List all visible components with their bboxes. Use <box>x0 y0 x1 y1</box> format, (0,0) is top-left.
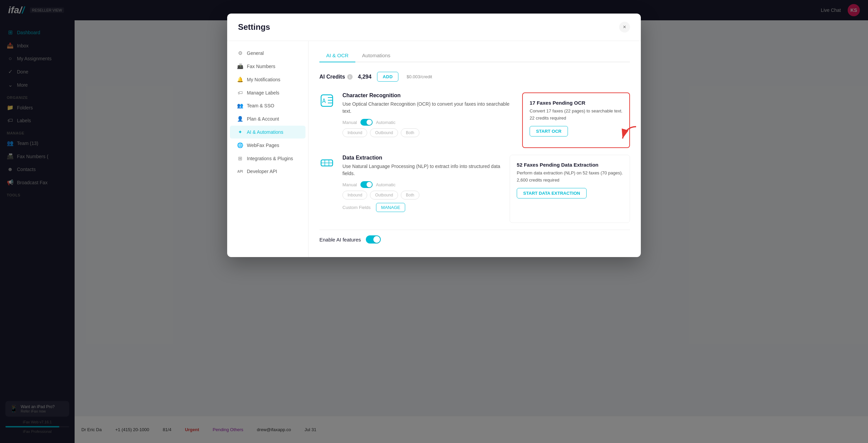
manage-fields-button[interactable]: MANAGE <box>376 203 405 212</box>
settings-nav-fax-numbers[interactable]: 📠 Fax Numbers <box>230 60 305 73</box>
char-inbound-outbound: Inbound Outbound Both <box>342 128 514 137</box>
ocr-card-credits: 22 credits required <box>530 115 623 121</box>
integrations-icon: ⊞ <box>237 155 243 162</box>
char-recognition-name: Character Recognition <box>342 92 514 99</box>
notifications-icon: 🔔 <box>237 77 243 83</box>
modal-close-button[interactable]: × <box>619 22 630 33</box>
modal-overlay: Settings × ⚙ General 📠 Fax Numbers � <box>0 0 868 443</box>
settings-content: AI & OCR Automations AI Credits i 4,294 … <box>309 41 641 257</box>
de-automatic-label: Automatic <box>376 182 396 187</box>
ai-icon: ✦ <box>237 129 243 135</box>
character-recognition-section: A Character Recognition Use Optical Cha <box>319 92 630 148</box>
settings-nav-ai-automations[interactable]: ✦ AI & Automations <box>230 126 305 139</box>
data-card-credits: 2,600 credits required <box>517 177 623 183</box>
plan-icon: 👤 <box>237 116 243 122</box>
de-both-btn[interactable]: Both <box>401 191 419 199</box>
red-arrow <box>619 125 639 143</box>
data-extraction-card: 52 Faxes Pending Data Extraction Perform… <box>510 155 630 223</box>
settings-nav-developer-api[interactable]: API Developer API <box>230 165 305 177</box>
credits-count: 4,294 <box>358 74 372 80</box>
custom-fields-row: Custom Fields MANAGE <box>342 203 501 212</box>
tab-bar: AI & OCR Automations <box>319 49 630 62</box>
data-card-desc: Perform data extraction (NLP) on 52 faxe… <box>517 170 623 175</box>
settings-nav-integrations[interactable]: ⊞ Integrations & Plugins <box>230 152 305 165</box>
settings-nav-webfax[interactable]: 🌐 WebFax Pages <box>230 139 305 152</box>
settings-nav-team-sso[interactable]: 👥 Team & SSO <box>230 99 305 112</box>
general-icon: ⚙ <box>237 50 243 56</box>
enable-ai-toggle[interactable] <box>366 235 381 244</box>
modal-title: Settings <box>238 22 270 32</box>
tab-ai-ocr[interactable]: AI & OCR <box>319 49 355 62</box>
fax-numbers-icon: 📠 <box>237 63 243 69</box>
team-sso-icon: 👥 <box>237 103 243 109</box>
data-extraction-name: Data Extraction <box>342 155 501 161</box>
enable-ai-row: Enable AI features <box>319 230 630 249</box>
credits-section: AI Credits i 4,294 ADD $0.003/credit <box>319 72 630 82</box>
custom-fields-label: Custom Fields <box>342 205 371 210</box>
credits-label: AI Credits i <box>319 74 353 80</box>
add-credits-button[interactable]: ADD <box>377 72 399 82</box>
ocr-card: 17 Faxes Pending OCR Convert 17 faxes (2… <box>522 92 630 148</box>
start-ocr-button[interactable]: START OCR <box>530 126 568 136</box>
char-both-btn[interactable]: Both <box>401 128 419 137</box>
manual-label: Manual <box>342 120 357 125</box>
data-extraction-toggle[interactable] <box>360 181 373 188</box>
tab-automations[interactable]: Automations <box>355 49 397 62</box>
settings-nav-manage-labels[interactable]: 🏷 Manage Labels <box>230 86 305 99</box>
data-card-title: 52 Faxes Pending Data Extraction <box>517 162 623 168</box>
data-extraction-info: Data Extraction Use Natural Language Pro… <box>342 155 501 212</box>
char-recognition-icon-area: A <box>319 94 334 109</box>
start-data-extraction-button[interactable]: START DATA EXTRACTION <box>517 188 587 198</box>
data-extraction-desc: Use Natural Language Processing (NLP) to… <box>342 163 501 177</box>
settings-nav-plan-account[interactable]: 👤 Plan & Account <box>230 112 305 125</box>
char-recognition-icon: A <box>320 94 333 108</box>
automatic-label: Automatic <box>376 120 396 125</box>
ocr-card-desc: Convert 17 faxes (22 pages) to searchabl… <box>530 108 623 113</box>
modal-body: ⚙ General 📠 Fax Numbers 🔔 My Notificatio… <box>227 41 641 257</box>
de-manual-label: Manual <box>342 182 357 187</box>
labels-icon: 🏷 <box>237 90 243 96</box>
de-inbound-outbound: Inbound Outbound Both <box>342 191 501 199</box>
data-extraction-icon <box>320 156 333 171</box>
de-outbound-btn[interactable]: Outbound <box>370 191 398 199</box>
ocr-card-title: 17 Faxes Pending OCR <box>530 100 623 106</box>
char-outbound-btn[interactable]: Outbound <box>370 128 398 137</box>
settings-sidebar: ⚙ General 📠 Fax Numbers 🔔 My Notificatio… <box>227 41 309 257</box>
settings-nav-general[interactable]: ⚙ General <box>230 47 305 60</box>
webfax-icon: 🌐 <box>237 142 243 148</box>
api-icon: API <box>237 170 243 173</box>
de-inbound-btn[interactable]: Inbound <box>342 191 367 199</box>
info-icon[interactable]: i <box>347 74 353 80</box>
char-recognition-toggle[interactable] <box>360 119 373 126</box>
modal-header: Settings × <box>227 14 641 41</box>
credits-rate: $0.003/credit <box>407 74 432 79</box>
data-extraction-section: Data Extraction Use Natural Language Pro… <box>319 155 630 223</box>
char-recognition-desc: Use Optical Character Recognition (OCR) … <box>342 101 514 115</box>
char-inbound-btn[interactable]: Inbound <box>342 128 367 137</box>
data-extraction-icon-area <box>319 156 334 171</box>
svg-text:A: A <box>322 97 326 104</box>
char-recognition-row: A Character Recognition Use Optical Cha <box>319 92 514 137</box>
char-recognition-info: Character Recognition Use Optical Charac… <box>342 92 514 137</box>
enable-ai-label: Enable AI features <box>319 237 361 242</box>
char-recognition-toggle-row: Manual Automatic <box>342 119 514 126</box>
settings-nav-notifications[interactable]: 🔔 My Notifications <box>230 73 305 86</box>
data-extraction-toggle-row: Manual Automatic <box>342 181 501 188</box>
settings-modal: Settings × ⚙ General 📠 Fax Numbers � <box>227 14 641 257</box>
data-extraction-row: Data Extraction Use Natural Language Pro… <box>319 155 501 212</box>
